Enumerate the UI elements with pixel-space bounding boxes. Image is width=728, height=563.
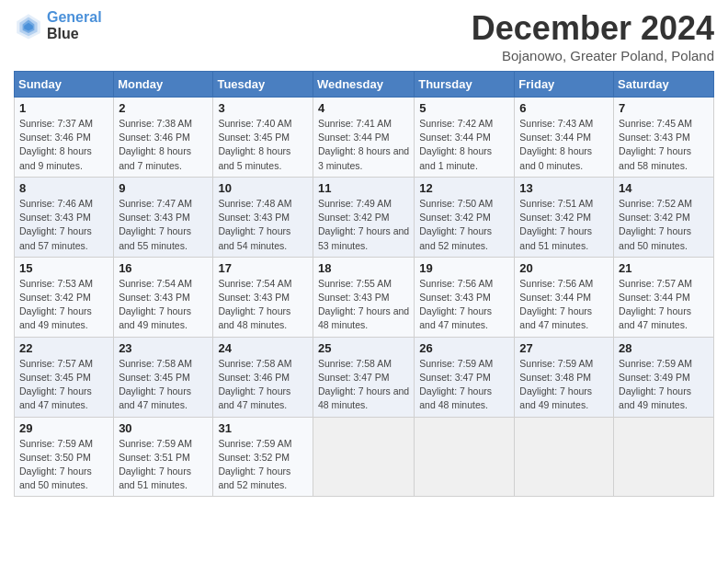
- day-number: 26: [419, 341, 509, 355]
- day-number: 19: [419, 261, 509, 275]
- day-number: 9: [119, 181, 208, 195]
- calendar-table: SundayMondayTuesdayWednesdayThursdayFrid…: [14, 71, 714, 497]
- calendar-day-cell: 12Sunrise: 7:50 AMSunset: 3:42 PMDayligh…: [415, 177, 515, 257]
- day-detail: Sunrise: 7:59 AMSunset: 3:49 PMDaylight:…: [619, 357, 709, 413]
- calendar-day-cell: [614, 417, 714, 497]
- calendar-day-cell: 24Sunrise: 7:58 AMSunset: 3:46 PMDayligh…: [213, 337, 313, 417]
- day-number: 21: [619, 261, 709, 275]
- day-detail: Sunrise: 7:53 AMSunset: 3:42 PMDaylight:…: [19, 277, 108, 333]
- day-detail: Sunrise: 7:58 AMSunset: 3:47 PMDaylight:…: [318, 357, 409, 413]
- calendar-week-row: 15Sunrise: 7:53 AMSunset: 3:42 PMDayligh…: [15, 257, 714, 337]
- calendar-day-cell: 30Sunrise: 7:59 AMSunset: 3:51 PMDayligh…: [114, 417, 213, 497]
- calendar-day-cell: 13Sunrise: 7:51 AMSunset: 3:42 PMDayligh…: [515, 177, 614, 257]
- day-detail: Sunrise: 7:38 AMSunset: 3:46 PMDaylight:…: [119, 117, 208, 173]
- day-detail: Sunrise: 7:47 AMSunset: 3:43 PMDaylight:…: [119, 197, 208, 253]
- day-detail: Sunrise: 7:52 AMSunset: 3:42 PMDaylight:…: [619, 197, 709, 253]
- calendar-week-row: 29Sunrise: 7:59 AMSunset: 3:50 PMDayligh…: [15, 417, 714, 497]
- day-detail: Sunrise: 7:55 AMSunset: 3:43 PMDaylight:…: [318, 277, 409, 333]
- calendar-day-cell: 8Sunrise: 7:46 AMSunset: 3:43 PMDaylight…: [15, 177, 114, 257]
- day-of-week-header: Sunday: [15, 72, 114, 98]
- day-detail: Sunrise: 7:42 AMSunset: 3:44 PMDaylight:…: [419, 117, 509, 173]
- day-number: 1: [19, 101, 108, 115]
- day-detail: Sunrise: 7:54 AMSunset: 3:43 PMDaylight:…: [218, 277, 308, 333]
- calendar-day-cell: 2Sunrise: 7:38 AMSunset: 3:46 PMDaylight…: [114, 98, 213, 178]
- calendar-week-row: 22Sunrise: 7:57 AMSunset: 3:45 PMDayligh…: [15, 337, 714, 417]
- day-detail: Sunrise: 7:59 AMSunset: 3:48 PMDaylight:…: [519, 357, 609, 413]
- calendar-day-cell: 19Sunrise: 7:56 AMSunset: 3:43 PMDayligh…: [415, 257, 515, 337]
- day-of-week-header: Saturday: [614, 72, 714, 98]
- day-number: 18: [318, 261, 409, 275]
- day-detail: Sunrise: 7:49 AMSunset: 3:42 PMDaylight:…: [318, 197, 409, 253]
- calendar-day-cell: 22Sunrise: 7:57 AMSunset: 3:45 PMDayligh…: [15, 337, 114, 417]
- calendar-day-cell: 28Sunrise: 7:59 AMSunset: 3:49 PMDayligh…: [614, 337, 714, 417]
- title-area: December 2024 Bojanowo, Greater Poland, …: [472, 9, 714, 63]
- day-number: 22: [19, 341, 108, 355]
- day-number: 20: [519, 261, 609, 275]
- calendar-day-cell: 9Sunrise: 7:47 AMSunset: 3:43 PMDaylight…: [114, 177, 213, 257]
- day-detail: Sunrise: 7:41 AMSunset: 3:44 PMDaylight:…: [318, 117, 409, 173]
- calendar-header-row: SundayMondayTuesdayWednesdayThursdayFrid…: [15, 72, 714, 98]
- subtitle: Bojanowo, Greater Poland, Poland: [472, 48, 714, 63]
- calendar-day-cell: 14Sunrise: 7:52 AMSunset: 3:42 PMDayligh…: [614, 177, 714, 257]
- calendar-day-cell: 11Sunrise: 7:49 AMSunset: 3:42 PMDayligh…: [313, 177, 414, 257]
- day-detail: Sunrise: 7:48 AMSunset: 3:43 PMDaylight:…: [218, 197, 308, 253]
- calendar-day-cell: [415, 417, 515, 497]
- day-number: 27: [519, 341, 609, 355]
- logo-icon: [14, 11, 43, 40]
- day-number: 3: [218, 101, 308, 115]
- day-number: 31: [218, 421, 308, 435]
- calendar-day-cell: [313, 417, 414, 497]
- day-number: 13: [519, 181, 609, 195]
- calendar-day-cell: 10Sunrise: 7:48 AMSunset: 3:43 PMDayligh…: [213, 177, 313, 257]
- calendar-day-cell: 7Sunrise: 7:45 AMSunset: 3:43 PMDaylight…: [614, 98, 714, 178]
- day-detail: Sunrise: 7:50 AMSunset: 3:42 PMDaylight:…: [419, 197, 509, 253]
- day-number: 7: [619, 101, 709, 115]
- day-of-week-header: Monday: [114, 72, 213, 98]
- main-title: December 2024: [472, 9, 714, 48]
- day-number: 25: [318, 341, 409, 355]
- day-of-week-header: Tuesday: [213, 72, 313, 98]
- day-number: 28: [619, 341, 709, 355]
- logo-text: General Blue: [47, 9, 102, 41]
- day-number: 2: [119, 101, 208, 115]
- day-detail: Sunrise: 7:46 AMSunset: 3:43 PMDaylight:…: [19, 197, 108, 253]
- day-of-week-header: Wednesday: [313, 72, 414, 98]
- day-detail: Sunrise: 7:43 AMSunset: 3:44 PMDaylight:…: [519, 117, 609, 173]
- day-detail: Sunrise: 7:58 AMSunset: 3:46 PMDaylight:…: [218, 357, 308, 413]
- calendar-day-cell: 3Sunrise: 7:40 AMSunset: 3:45 PMDaylight…: [213, 98, 313, 178]
- calendar-day-cell: 20Sunrise: 7:56 AMSunset: 3:44 PMDayligh…: [515, 257, 614, 337]
- day-number: 29: [19, 421, 108, 435]
- calendar-day-cell: 27Sunrise: 7:59 AMSunset: 3:48 PMDayligh…: [515, 337, 614, 417]
- day-detail: Sunrise: 7:59 AMSunset: 3:51 PMDaylight:…: [119, 437, 208, 493]
- day-number: 17: [218, 261, 308, 275]
- day-number: 14: [619, 181, 709, 195]
- calendar-day-cell: 16Sunrise: 7:54 AMSunset: 3:43 PMDayligh…: [114, 257, 213, 337]
- day-of-week-header: Friday: [515, 72, 614, 98]
- calendar-day-cell: 17Sunrise: 7:54 AMSunset: 3:43 PMDayligh…: [213, 257, 313, 337]
- day-detail: Sunrise: 7:59 AMSunset: 3:52 PMDaylight:…: [218, 437, 308, 493]
- page-header: General Blue December 2024 Bojanowo, Gre…: [14, 9, 714, 63]
- day-number: 12: [419, 181, 509, 195]
- calendar-day-cell: 18Sunrise: 7:55 AMSunset: 3:43 PMDayligh…: [313, 257, 414, 337]
- calendar-day-cell: 31Sunrise: 7:59 AMSunset: 3:52 PMDayligh…: [213, 417, 313, 497]
- day-detail: Sunrise: 7:56 AMSunset: 3:43 PMDaylight:…: [419, 277, 509, 333]
- calendar-day-cell: 21Sunrise: 7:57 AMSunset: 3:44 PMDayligh…: [614, 257, 714, 337]
- day-detail: Sunrise: 7:51 AMSunset: 3:42 PMDaylight:…: [519, 197, 609, 253]
- day-number: 8: [19, 181, 108, 195]
- calendar-day-cell: [515, 417, 614, 497]
- day-number: 6: [519, 101, 609, 115]
- logo: General Blue: [14, 9, 102, 41]
- calendar-day-cell: 23Sunrise: 7:58 AMSunset: 3:45 PMDayligh…: [114, 337, 213, 417]
- calendar-day-cell: 1Sunrise: 7:37 AMSunset: 3:46 PMDaylight…: [15, 98, 114, 178]
- day-detail: Sunrise: 7:45 AMSunset: 3:43 PMDaylight:…: [619, 117, 709, 173]
- calendar-week-row: 1Sunrise: 7:37 AMSunset: 3:46 PMDaylight…: [15, 98, 714, 178]
- calendar-day-cell: 6Sunrise: 7:43 AMSunset: 3:44 PMDaylight…: [515, 98, 614, 178]
- day-number: 5: [419, 101, 509, 115]
- day-number: 10: [218, 181, 308, 195]
- day-detail: Sunrise: 7:57 AMSunset: 3:44 PMDaylight:…: [619, 277, 709, 333]
- day-of-week-header: Thursday: [415, 72, 515, 98]
- day-number: 11: [318, 181, 409, 195]
- calendar-day-cell: 29Sunrise: 7:59 AMSunset: 3:50 PMDayligh…: [15, 417, 114, 497]
- day-number: 4: [318, 101, 409, 115]
- calendar-day-cell: 26Sunrise: 7:59 AMSunset: 3:47 PMDayligh…: [415, 337, 515, 417]
